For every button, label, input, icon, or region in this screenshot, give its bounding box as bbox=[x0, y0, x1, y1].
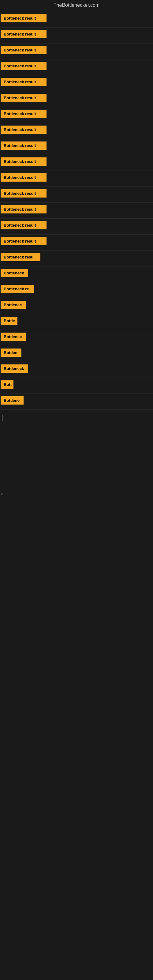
bottleneck-bar[interactable]: Bottleneck result bbox=[1, 205, 46, 213]
bottleneck-bar[interactable]: Bottleneck result bbox=[1, 142, 46, 150]
bottleneck-bar[interactable]: Bottlenec bbox=[1, 332, 26, 341]
bottleneck-row: Bottlenec bbox=[0, 330, 153, 346]
bottleneck-row: Bottle bbox=[0, 314, 153, 330]
bottleneck-bar[interactable]: Bottleneck result bbox=[1, 158, 46, 166]
bottleneck-row: Bottleneck result bbox=[0, 27, 153, 43]
cursor-row bbox=[0, 410, 153, 427]
bottleneck-row: Bottleneck result bbox=[0, 171, 153, 187]
bottleneck-bar[interactable]: Bottleneck result bbox=[1, 221, 46, 229]
bottleneck-row: Bottleneck re bbox=[0, 282, 153, 298]
bottleneck-row: Bottleneck result bbox=[0, 155, 153, 171]
bottleneck-row: Bottlenec bbox=[0, 298, 153, 314]
bottleneck-bar[interactable]: Bottleneck result bbox=[1, 94, 46, 102]
bottleneck-row: Bottleneck result bbox=[0, 219, 153, 235]
bottleneck-bar[interactable]: Bottlen bbox=[1, 348, 21, 357]
bottleneck-row: Bottleneck result bbox=[0, 203, 153, 219]
bottleneck-bar[interactable]: Bottleneck result bbox=[1, 189, 46, 197]
bottleneck-bar[interactable]: Bottleneck result bbox=[1, 110, 46, 118]
bottleneck-row: Bottleneck result bbox=[0, 123, 153, 139]
empty-section-2 bbox=[0, 499, 153, 683]
bottleneck-bar[interactable]: Bottlene bbox=[1, 396, 24, 404]
bottleneck-row: Bottleneck resu bbox=[0, 250, 153, 266]
bottleneck-row: Bottlen bbox=[0, 346, 153, 362]
bottleneck-row: Bottleneck result bbox=[0, 107, 153, 123]
bottleneck-bar[interactable]: Bottleneck result bbox=[1, 14, 46, 22]
bottleneck-row: Bottleneck result bbox=[0, 43, 153, 59]
bottleneck-bar[interactable]: Bottleneck result bbox=[1, 126, 46, 134]
bottleneck-bar[interactable]: Bottle bbox=[1, 317, 18, 325]
bottleneck-bar[interactable]: Bottleneck result bbox=[1, 30, 46, 38]
bottleneck-row: Bottleneck bbox=[0, 362, 153, 378]
bars-container: Bottleneck resultBottleneck resultBottle… bbox=[0, 12, 153, 410]
bottleneck-row: Bottleneck result bbox=[0, 235, 153, 250]
page-container: TheBottlenecker.com Bottleneck resultBot… bbox=[0, 0, 153, 683]
bottleneck-bar[interactable]: Bottleneck bbox=[1, 364, 28, 373]
site-header: TheBottlenecker.com bbox=[0, 0, 153, 12]
bottleneck-bar[interactable]: Bottleneck result bbox=[1, 46, 46, 54]
bottleneck-row: Bottleneck result bbox=[0, 139, 153, 155]
bottleneck-bar[interactable]: Bott bbox=[1, 380, 13, 389]
bottleneck-row: Bottleneck result bbox=[0, 91, 153, 107]
bottleneck-row: Bottleneck result bbox=[0, 12, 153, 27]
bottleneck-row: Bottleneck bbox=[0, 266, 153, 282]
empty-section-1 bbox=[0, 427, 153, 488]
bottleneck-bar[interactable]: Bottleneck result bbox=[1, 237, 46, 245]
bottleneck-row: Bott bbox=[0, 378, 153, 394]
bottleneck-row: Bottleneck result bbox=[0, 187, 153, 203]
cursor-line bbox=[2, 415, 2, 421]
bottleneck-bar[interactable]: Bottlenec bbox=[1, 301, 26, 309]
bottleneck-bar[interactable]: Bottleneck resu bbox=[1, 253, 40, 261]
bottleneck-bar[interactable]: Bottleneck bbox=[1, 269, 28, 277]
bottleneck-row: Bottleneck result bbox=[0, 59, 153, 75]
bottleneck-row: Bottlene bbox=[0, 394, 153, 410]
small-char: c bbox=[1, 491, 4, 497]
bottleneck-bar[interactable]: Bottleneck result bbox=[1, 62, 46, 70]
site-title: TheBottlenecker.com bbox=[54, 2, 99, 8]
bottleneck-bar[interactable]: Bottleneck re bbox=[1, 285, 34, 293]
bottleneck-bar[interactable]: Bottleneck result bbox=[1, 173, 46, 181]
bottleneck-bar[interactable]: Bottleneck result bbox=[1, 78, 46, 86]
bottleneck-row: Bottleneck result bbox=[0, 75, 153, 91]
small-char-row: c bbox=[0, 488, 153, 499]
